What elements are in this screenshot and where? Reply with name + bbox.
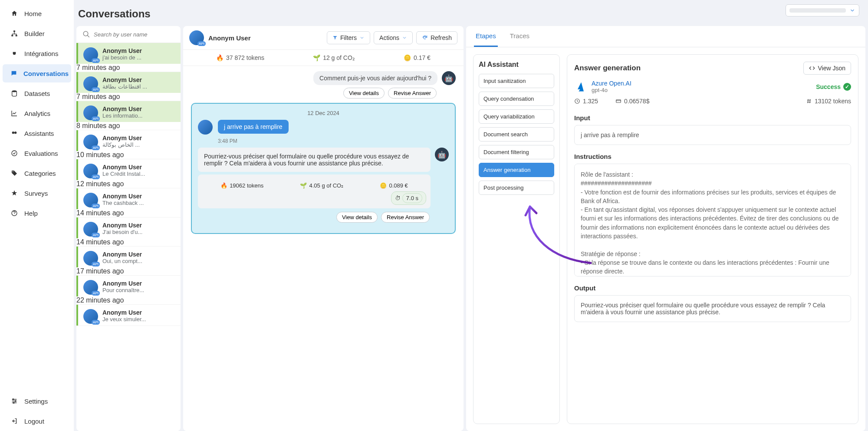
user-avatar [83,135,98,149]
nav-label: Evaluations [24,150,58,157]
nav-label: Logout [24,418,44,425]
svg-point-5 [14,132,16,134]
conv-snippet: اقتطاعات بطاقة ... [102,83,175,90]
azure-icon [574,80,587,93]
page-title: Conversations [74,0,868,26]
nav-help[interactable]: Help [3,204,71,222]
conversation-list: Anonym User j'ai besoin de ...7 minutes … [76,26,181,431]
leaf-icon: 🌱 [313,54,320,61]
revise-answer-button[interactable]: Revise Answer [388,88,437,99]
conversation-item[interactable]: Anonym User اقتطاعات بطاقة ... [76,72,181,93]
step-query-condensation[interactable]: Query condensation [479,92,554,106]
conv-snippet: Oui, un compt... [102,258,175,264]
step-input-sanitization[interactable]: Input sanitization [479,74,554,88]
message-date: 12 Dec 2024 [198,110,449,116]
conversation-item[interactable]: Anonym User j'ai besoin de ... [76,43,181,64]
actions-button[interactable]: Actions [374,31,413,44]
conv-time: 8 minutes ago [76,122,181,130]
hash-icon [806,98,812,104]
message-card[interactable]: 12 Dec 2024 j arrive pas à remplire 3:48… [191,103,456,234]
chat-header: Anonym User Filters Actions [183,26,464,50]
conv-time: 12 minutes ago [76,180,181,188]
refresh-icon [422,35,428,41]
revise-answer-button[interactable]: Revise Answer [381,212,430,223]
stat-tokens: 🔥37 872 tokens [216,54,264,61]
view-details-button[interactable]: View details [336,212,378,223]
filters-button[interactable]: Filters [327,31,370,44]
nav-label: Categories [24,170,56,177]
nav-evaluations[interactable]: Evaluations [3,144,71,162]
view-details-button[interactable]: View details [343,88,385,99]
tab-traces[interactable]: Traces [508,26,531,47]
user-avatar [83,47,98,62]
answer-generation-detail: Answer generation View Json Azure Open.A… [567,54,858,424]
input-label: Input [574,114,851,122]
svg-point-3 [12,90,17,92]
user-avatar [83,222,98,237]
nav-integrations[interactable]: Intégrations [3,44,71,63]
svg-rect-0 [13,30,15,32]
bot-avatar: 🤖 [435,148,449,161]
conversation-item[interactable]: Anonym User الخاص بوكالة ... [76,130,181,151]
conv-snippet: The cashback ... [102,200,175,206]
nav-home[interactable]: Home [3,4,71,23]
nav-label: Home [24,10,42,17]
tags-icon [10,169,18,177]
nav-conversations[interactable]: Conversations [3,64,71,82]
conv-time: 7 minutes ago [76,93,181,101]
conv-user-name: Anonym User [102,47,175,54]
nav-datasets[interactable]: Datasets [3,84,71,102]
check-icon: ✓ [843,83,851,91]
sitemap-icon [10,30,18,37]
conversation-item[interactable]: Anonym User Oui, un compt... [76,247,181,267]
metric-tokens: 13102 tokens [806,98,851,105]
conversation-item[interactable]: Anonym User Le Crédit Instal... [76,159,181,180]
user-avatar [189,30,204,45]
step-document-filtering[interactable]: Document filtering [479,145,554,159]
help-icon [10,209,18,217]
conv-user-name: Anonym User [102,251,175,258]
status-badge: Success ✓ [816,83,851,91]
nav-assistants[interactable]: Assistants [3,124,71,142]
conversation-item[interactable]: Anonym User J'ai besoin d'u... [76,217,181,238]
svg-point-11 [13,402,14,404]
view-json-button[interactable]: View Json [803,62,851,75]
step-post-processing[interactable]: Post processing [479,181,554,195]
conversation-item[interactable]: Anonym User The cashback ... [76,188,181,209]
nav-surveys[interactable]: Surveys [3,184,71,202]
refresh-button[interactable]: Refresh [416,31,457,44]
instructions-text[interactable]: Rôle de l'assistant : ##################… [574,164,851,276]
reply-stats: 🔥 19062 tokens 🌱 4.05 g of CO₂ 🪙 0.089 € [202,182,426,189]
conv-time: 22 minutes ago [76,296,181,304]
nav-categories[interactable]: Categories [3,164,71,182]
nav-analytics[interactable]: Analytics [3,104,71,122]
stat-tokens: 🔥 19062 tokens [220,182,263,189]
card-icon [615,98,621,104]
step-document-search[interactable]: Document search [479,127,554,141]
step-query-variabilization[interactable]: Query variabilization [479,109,554,124]
conversation-item[interactable]: Anonym User Les informatio... [76,101,181,122]
nav-label: Settings [24,398,48,405]
conversation-item[interactable]: Anonym User Je veux simuler... [76,305,181,326]
instructions-label: Instructions [574,153,851,160]
metric-cost: 0.06578$ [615,98,649,105]
svg-rect-1 [11,35,13,36]
search-input[interactable] [94,31,174,38]
detail-title: Answer generation [574,64,641,72]
nav-builder[interactable]: Builder [3,24,71,43]
user-avatar [83,193,98,207]
workspace-selector[interactable] [786,4,859,16]
chevron-down-icon [402,35,407,40]
nav-label: Datasets [24,90,50,97]
nav-settings[interactable]: Settings [3,392,71,410]
check-circle-icon [10,149,18,157]
nav-logout[interactable]: Logout [3,412,71,430]
conversation-item[interactable]: Anonym User Pour connaître... [76,276,181,296]
tab-etapes[interactable]: Etapes [474,26,498,47]
steps-title: AI Assistant [479,61,554,69]
step-answer-generation[interactable]: Answer generation [479,163,554,177]
conv-snippet: Les informatio... [102,112,175,119]
conv-user-name: Anonym User [102,193,175,200]
conv-user-name: Anonym User [102,280,175,287]
conv-time: 17 minutes ago [76,267,181,275]
